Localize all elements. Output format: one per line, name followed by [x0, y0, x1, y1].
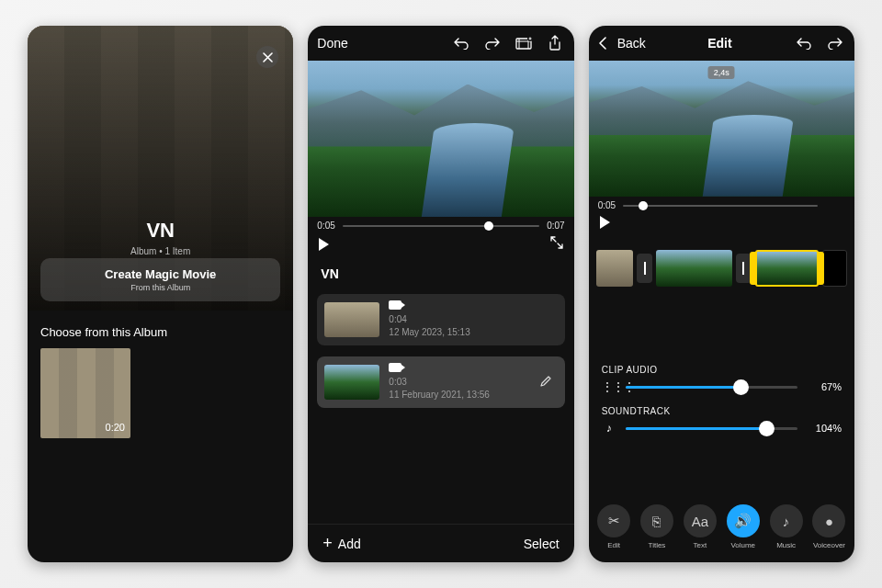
filmstrip-plus-icon — [514, 36, 533, 51]
clip-audio-label: CLIP AUDIO — [602, 365, 842, 375]
edit-icon: ✂ — [597, 504, 630, 537]
redo-icon — [484, 37, 501, 50]
screen-edit-volume: Back Edit 2,4s 0:05 CLIP AUDIO ⋮⋮⋮ — [589, 26, 854, 562]
album-title: VN — [28, 219, 293, 243]
clip-thumbnail — [324, 365, 379, 400]
tool-label: Music — [776, 541, 796, 549]
undo-button[interactable] — [451, 33, 471, 53]
soundtrack-label: SOUNDTRACK — [602, 406, 842, 416]
undo-button[interactable] — [794, 33, 814, 53]
pencil-icon — [539, 375, 552, 388]
voiceover-icon: ● — [812, 504, 845, 537]
fullscreen-button[interactable] — [550, 236, 563, 252]
tool-voiceover[interactable]: ●Voiceover — [812, 504, 845, 549]
screen-project-clips: Done 0:05 0:07 VN 0:04 12 May 2023, 15:1… — [308, 26, 573, 562]
clip-audio-slider[interactable] — [626, 386, 797, 389]
scrubber: 0:05 — [589, 197, 854, 210]
album-thumbnail[interactable]: 0:20 — [40, 348, 130, 438]
timeline-clip[interactable] — [596, 250, 633, 287]
scrubber: 0:05 0:07 — [308, 217, 573, 231]
choose-from-album-label: Choose from this Album — [28, 311, 293, 348]
project-album-name: VN — [308, 259, 573, 288]
tool-edit[interactable]: ✂Edit — [597, 504, 630, 549]
video-preview[interactable]: 2,4s — [589, 61, 854, 197]
time-current: 0:05 — [598, 200, 616, 210]
audio-controls: CLIP AUDIO ⋮⋮⋮ 67% SOUNDTRACK ♪ 104% — [589, 293, 854, 447]
tool-text[interactable]: AaText — [684, 504, 717, 549]
play-button[interactable] — [319, 238, 329, 251]
clip-row[interactable]: 0:03 11 February 2021, 13:56 — [317, 356, 564, 408]
clip-audio-value: 67% — [807, 381, 842, 392]
music-note-icon: ♪ — [602, 422, 616, 435]
video-icon — [389, 300, 401, 310]
share-button[interactable] — [545, 33, 565, 53]
clip-row[interactable]: 0:04 12 May 2023, 15:13 — [317, 294, 564, 345]
select-button[interactable]: Select — [524, 537, 560, 551]
album-hero: VN Album • 1 Item Create Magic Movie Fro… — [28, 26, 293, 311]
time-total: 0:07 — [547, 220, 564, 231]
video-icon — [389, 363, 401, 372]
time-current: 0:05 — [317, 220, 334, 231]
titles-icon: ⎘ — [640, 504, 673, 537]
magic-button-title: Create Magic Movie — [40, 267, 280, 281]
back-button[interactable]: Back — [598, 36, 646, 51]
clip-meta: 0:04 12 May 2023, 15:13 — [389, 300, 557, 339]
undo-icon — [453, 37, 469, 50]
close-button[interactable] — [256, 46, 278, 68]
music-icon: ♪ — [770, 504, 803, 537]
timeline-clip-selected[interactable] — [755, 250, 819, 287]
tool-label: Voiceover — [813, 541, 845, 549]
timeline[interactable] — [589, 236, 854, 293]
soundtrack-slider[interactable] — [626, 427, 797, 430]
scrubber-handle[interactable] — [639, 201, 648, 210]
clip-meta: 0:03 11 February 2021, 13:56 — [389, 363, 529, 401]
play-button[interactable] — [600, 216, 610, 229]
done-button[interactable]: Done — [317, 36, 347, 51]
clip-date: 11 February 2021, 13:56 — [389, 390, 490, 400]
redo-icon — [827, 37, 843, 50]
waveform-icon: ⋮⋮⋮ — [602, 380, 616, 393]
undo-icon — [796, 37, 812, 50]
thumbnail-duration: 0:20 — [106, 422, 125, 433]
close-icon — [263, 52, 273, 62]
timeline-clip[interactable] — [656, 250, 731, 287]
album-subtitle: Album • 1 Item — [28, 246, 293, 256]
duration-badge: 2,4s — [708, 66, 735, 79]
tool-dock: ✂Edit⎘TitlesAaText🔊Volume♪Music●Voiceove… — [589, 495, 854, 562]
video-preview[interactable] — [308, 61, 573, 217]
text-icon: Aa — [684, 504, 717, 537]
transition-button[interactable] — [637, 254, 652, 283]
screen-title: Edit — [707, 36, 731, 51]
create-magic-movie-button[interactable]: Create Magic Movie From this Album — [40, 258, 280, 301]
chevron-left-icon — [598, 37, 606, 50]
tool-label: Titles — [649, 541, 666, 549]
clip-thumbnail — [324, 302, 379, 337]
redo-button[interactable] — [482, 33, 503, 53]
expand-icon — [550, 236, 563, 249]
add-media-button[interactable] — [514, 33, 534, 53]
tool-volume[interactable]: 🔊Volume — [727, 504, 760, 549]
topbar: Back Edit — [589, 26, 854, 61]
magic-button-subtitle: From this Album — [40, 283, 280, 292]
screen-album-picker: VN Album • 1 Item Create Magic Movie Fro… — [28, 26, 293, 562]
tool-label: Edit — [607, 541, 620, 549]
clip-duration: 0:04 — [389, 314, 406, 324]
redo-button[interactable] — [825, 33, 845, 53]
timeline-end — [822, 250, 847, 287]
scrubber-handle[interactable] — [484, 221, 493, 231]
volume-icon: 🔊 — [727, 504, 760, 537]
topbar: Done — [308, 26, 573, 61]
tool-titles[interactable]: ⎘Titles — [640, 504, 673, 549]
tool-music[interactable]: ♪Music — [770, 504, 803, 549]
scrubber-track[interactable] — [623, 205, 818, 207]
clip-date: 12 May 2023, 15:13 — [389, 327, 469, 337]
tool-label: Volume — [730, 541, 755, 549]
scrubber-track[interactable] — [343, 225, 539, 227]
edit-clip-button[interactable] — [539, 375, 558, 390]
bottom-bar: +Add Select — [308, 524, 573, 562]
tool-label: Text — [694, 541, 707, 549]
clip-duration: 0:03 — [389, 377, 406, 387]
soundtrack-value: 104% — [807, 423, 842, 434]
add-button[interactable]: +Add — [322, 534, 360, 553]
share-icon — [548, 35, 561, 51]
